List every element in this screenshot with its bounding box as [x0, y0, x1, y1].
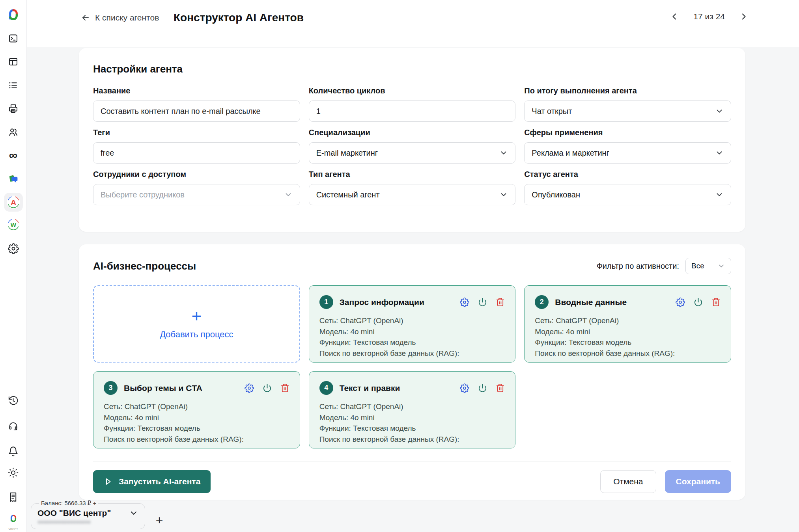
activity-filter-value: Все: [691, 262, 704, 270]
process-network: Сеть: ChatGPT (OpenAi): [319, 401, 505, 412]
add-company-button[interactable]: +: [151, 512, 167, 529]
process-settings-button[interactable]: [245, 383, 254, 393]
gear-icon: [460, 383, 469, 393]
specializations-select[interactable]: E-mail маркетинг: [309, 142, 516, 164]
process-grid: + Добавить процесс 1 Запрос информации С…: [79, 285, 745, 448]
application-areas-select[interactable]: Реклама и маркетинг: [524, 142, 731, 164]
page: ∞ A W VisGPT К списку агентов Конструкто…: [0, 0, 799, 532]
sidebar-item-printer[interactable]: [4, 99, 23, 118]
process-card-2: 2 Вводные данные Сеть: ChatGPT (OpenAi) …: [524, 285, 731, 363]
sidebar-item-billing-receipt-icon[interactable]: [4, 487, 23, 506]
process-functions: Функции: Текстовая модель: [319, 423, 505, 434]
employees-select[interactable]: Выберите сотрудников: [93, 184, 300, 205]
field-agent-status-label: Статус агента: [524, 170, 731, 179]
tags-input[interactable]: [93, 142, 300, 164]
process-number-badge: 3: [104, 381, 118, 395]
sidebar-item-history-icon[interactable]: [4, 391, 23, 410]
process-delete-button[interactable]: [496, 383, 505, 392]
process-network: Сеть: ChatGPT (OpenAi): [104, 401, 289, 412]
process-network: Сеть: ChatGPT (OpenAi): [319, 315, 505, 326]
account-email-blurred: ●●●●●●●●●●●●●●●●●●: [37, 519, 138, 525]
sidebar-item-terminal[interactable]: [4, 29, 23, 48]
agent-status-select[interactable]: Опубликован: [524, 184, 731, 205]
process-power-button[interactable]: [694, 298, 703, 307]
activity-filter-label: Фильтр по активности:: [597, 262, 679, 271]
process-rag: Поиск по векторной базе данных (RAG):: [104, 434, 289, 445]
sidebar-item-knowledge-chat-icon[interactable]: [4, 169, 23, 188]
on-finish-value: Чат открыт: [532, 107, 572, 116]
process-power-button[interactable]: [263, 383, 272, 392]
back-label: К списку агентов: [95, 13, 159, 22]
process-settings-button[interactable]: [460, 383, 469, 393]
account-box: Баланс: 5666.33 ₽ + ООО "ВИС центр" ●●●●…: [31, 500, 145, 529]
on-finish-select[interactable]: Чат открыт: [524, 100, 731, 122]
chevron-down-icon: [129, 508, 138, 518]
balance-label[interactable]: Баланс: 5666.33 ₽ +: [39, 500, 98, 507]
process-title: Вводные данные: [555, 298, 669, 307]
page-title: Конструктор AI Агентов: [174, 11, 304, 24]
sidebar-item-support-headset-icon[interactable]: [4, 417, 23, 435]
process-title: Выбор темы и CTA: [124, 383, 238, 393]
cancel-button[interactable]: Отмена: [600, 470, 656, 493]
chevron-left-icon: [670, 12, 679, 21]
save-button[interactable]: Сохранить: [665, 470, 731, 493]
plus-icon: +: [191, 308, 202, 324]
process-model: Модель: 4o mini: [535, 326, 721, 337]
company-select[interactable]: ООО "ВИС центр": [37, 508, 138, 518]
sidebar-item-settings-gear-icon[interactable]: [4, 239, 23, 258]
prev-agent-button[interactable]: [670, 12, 679, 21]
app-logo-icon[interactable]: [4, 6, 23, 24]
process-functions: Функции: Текстовая модель: [319, 337, 505, 348]
field-specializations-label: Специализации: [309, 128, 516, 137]
visgpt-logo-icon[interactable]: VisGPT: [4, 509, 23, 528]
sidebar-item-ai-agents[interactable]: A: [4, 193, 23, 212]
agent-type-select[interactable]: Системный агент: [309, 184, 516, 205]
sidebar-item-theme-sun-icon[interactable]: [4, 463, 23, 482]
power-icon: [694, 298, 703, 307]
field-application-areas: Сферы применения Реклама и маркетинг: [524, 128, 731, 164]
sidebar-item-notifications-bell-icon[interactable]: [4, 442, 23, 461]
process-delete-button[interactable]: [496, 298, 505, 307]
sidebar-item-writer[interactable]: W: [4, 215, 23, 234]
process-card-4: 4 Текст и правки Сеть: ChatGPT (OpenAi) …: [309, 371, 516, 448]
chevron-down-icon: [499, 190, 508, 199]
agent-settings-card: Настройки агента Название Количество цик…: [79, 48, 745, 232]
trash-icon: [496, 383, 505, 392]
activity-filter-select[interactable]: Все: [685, 258, 731, 274]
field-employees-label: Сотрудники с доступом: [93, 170, 300, 179]
name-input[interactable]: [93, 100, 300, 122]
add-process-label: Добавить процесс: [160, 329, 233, 340]
process-power-button[interactable]: [478, 298, 487, 307]
sidebar: ∞ A W VisGPT: [0, 0, 27, 532]
process-title: Запрос информации: [340, 298, 454, 307]
sidebar-item-list[interactable]: [4, 76, 23, 95]
field-cycles: Количество циклов: [309, 86, 516, 122]
next-agent-button[interactable]: [739, 12, 749, 21]
sidebar-item-integrations-infinity-icon[interactable]: ∞: [4, 146, 23, 165]
cycles-input[interactable]: [309, 100, 516, 122]
sidebar-item-board[interactable]: [4, 52, 23, 71]
agent-settings-form: Название Количество циклов По итогу выпо…: [79, 86, 745, 205]
sidebar-item-team[interactable]: [4, 123, 23, 141]
field-agent-type-label: Тип агента: [309, 170, 516, 179]
process-power-button[interactable]: [478, 383, 487, 392]
process-title: Текст и правки: [340, 383, 454, 393]
process-card-3: 3 Выбор темы и CTA Сеть: ChatGPT (OpenAi…: [93, 371, 300, 448]
process-settings-button[interactable]: [676, 298, 685, 307]
trash-icon: [280, 383, 289, 392]
arrow-left-icon: [81, 13, 90, 22]
power-icon: [478, 383, 487, 392]
field-agent-status: Статус агента Опубликован: [524, 170, 731, 205]
application-areas-value: Реклама и маркетинг: [532, 149, 609, 158]
back-to-agents-link[interactable]: К списку агентов: [81, 13, 159, 22]
process-settings-button[interactable]: [460, 298, 469, 307]
pagination-text: 17 из 24: [693, 12, 725, 21]
process-number-badge: 2: [535, 295, 549, 309]
add-process-button[interactable]: + Добавить процесс: [93, 285, 300, 363]
run-agent-button[interactable]: Запустить AI-агента: [93, 470, 211, 493]
svg-text:W: W: [10, 221, 16, 228]
process-delete-button[interactable]: [280, 383, 289, 392]
process-delete-button[interactable]: [711, 298, 721, 307]
processes-title: AI-бизнес-процессы: [93, 260, 196, 272]
process-functions: Функции: Текстовая модель: [104, 423, 289, 434]
